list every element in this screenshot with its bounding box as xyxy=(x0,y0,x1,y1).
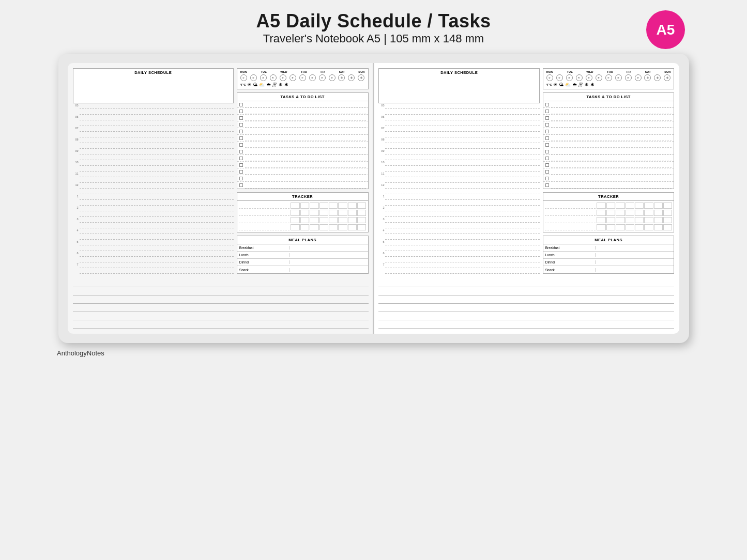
task-row xyxy=(237,115,368,121)
checkbox[interactable] xyxy=(239,177,243,180)
right-meal-box: MEAL PLANS Breakfast Lunch Dinner Sn xyxy=(543,236,675,274)
checkbox[interactable] xyxy=(545,183,549,187)
right-meal-breakfast: Breakfast xyxy=(543,244,674,252)
checkbox[interactable] xyxy=(545,130,549,133)
left-day-circles: ① ② ③ ④ ⑤ ⑥ ⑦ ⑧ ⑨ ⑩ ⑪ ⑫ ⑬ xyxy=(239,74,366,81)
right-meal-dinner: Dinner xyxy=(543,259,674,266)
left-meal-breakfast: Breakfast xyxy=(237,244,368,252)
page-left: DAILY SCHEDULE 05 06 xyxy=(68,63,373,334)
left-tasks-header: TASKS & TO DO LIST xyxy=(237,93,368,101)
checkbox[interactable] xyxy=(545,116,549,120)
checkbox[interactable] xyxy=(239,183,243,187)
brand-label: AnthologyNotes xyxy=(57,349,104,357)
left-content: DAILY SCHEDULE 05 06 xyxy=(73,68,369,274)
right-right-panels: MON TUE WED THU FRI SAT SUN ① ② ③ ④ ⑤ xyxy=(543,68,675,274)
left-meal-lunch: Lunch xyxy=(237,252,368,259)
checkbox[interactable] xyxy=(545,157,549,160)
left-tracker-header: TRACKER xyxy=(237,193,368,201)
checkbox[interactable] xyxy=(545,150,549,153)
task-row xyxy=(543,162,674,168)
left-meal-box: MEAL PLANS Breakfast Lunch Dinner Sn xyxy=(237,236,369,274)
task-row xyxy=(543,121,674,128)
page-subtitle: Traveler's Notebook A5 | 105 mm x 148 mm xyxy=(0,32,747,45)
left-schedule-area: 05 06 07 xyxy=(73,103,234,274)
a5-badge: A5 xyxy=(646,10,685,49)
checkbox[interactable] xyxy=(239,163,243,167)
checkbox[interactable] xyxy=(239,143,243,147)
left-days-row: MON TUE WED THU FRI SAT SUN xyxy=(239,70,366,73)
right-schedule-area: 05 06 07 xyxy=(378,103,539,274)
checkbox[interactable] xyxy=(545,170,549,174)
checkbox[interactable] xyxy=(545,110,549,113)
task-row xyxy=(237,155,368,162)
right-tracker-box: TRACKER xyxy=(543,192,675,232)
task-row xyxy=(237,121,368,128)
task-row xyxy=(543,175,674,182)
checkbox[interactable] xyxy=(545,136,549,140)
right-daily-header: DAILY SCHEDULE xyxy=(378,68,539,103)
task-row xyxy=(543,101,674,108)
task-row xyxy=(543,155,674,162)
task-row xyxy=(237,108,368,115)
left-schedule-section: DAILY SCHEDULE 05 06 xyxy=(73,68,234,274)
hour-08: 08 xyxy=(73,137,234,149)
hour-09: 09 xyxy=(73,149,234,160)
hour-07: 07 xyxy=(73,126,234,137)
right-tasks-header: TASKS & TO DO LIST xyxy=(543,93,674,101)
task-row xyxy=(543,142,674,148)
hour-7pm: 7 xyxy=(73,262,234,274)
right-tracker-grid xyxy=(543,201,674,232)
checkbox[interactable] xyxy=(545,143,549,147)
hour-3pm: 3 xyxy=(73,217,234,228)
checkbox[interactable] xyxy=(545,103,549,106)
left-right-panels: MON TUE WED THU FRI SAT SUN ① ② ③ ④ ⑤ xyxy=(237,68,369,274)
right-day-circles: ① ② ③ ④ ⑤ ⑥ ⑦ ⑧ ⑨ ⑩ ⑪ ⑫ ⑬ xyxy=(545,74,672,81)
right-days-row: MON TUE WED THU FRI SAT SUN xyxy=(545,70,672,73)
right-weather-icons: °F°C ☀ 🌤 ⛅ 🌧 ⛈ ❄ ✱ xyxy=(545,82,672,87)
checkbox[interactable] xyxy=(239,157,243,160)
task-row xyxy=(237,168,368,175)
left-meal-snack: Snack xyxy=(237,266,368,273)
right-meal-lunch: Lunch xyxy=(543,252,674,259)
task-row xyxy=(543,182,674,189)
right-meal-snack: Snack xyxy=(543,266,674,273)
hour-05: 05 xyxy=(73,103,234,115)
checkbox[interactable] xyxy=(545,123,549,127)
right-meal-header: MEAL PLANS xyxy=(543,236,674,244)
hour-4pm: 4 xyxy=(73,228,234,240)
task-row xyxy=(543,108,674,115)
checkbox[interactable] xyxy=(239,123,243,127)
task-row xyxy=(237,142,368,148)
checkbox[interactable] xyxy=(545,163,549,167)
task-row xyxy=(543,115,674,121)
left-weather-box: MON TUE WED THU FRI SAT SUN ① ② ③ ④ ⑤ xyxy=(237,68,369,89)
task-row xyxy=(543,135,674,142)
hour-5pm: 5 xyxy=(73,240,234,251)
checkbox[interactable] xyxy=(239,136,243,140)
hour-10: 10 xyxy=(73,160,234,172)
left-bottom-lines xyxy=(73,279,369,329)
checkbox[interactable] xyxy=(239,130,243,133)
checkbox[interactable] xyxy=(239,170,243,174)
checkbox[interactable] xyxy=(545,177,549,180)
page-title: A5 Daily Schedule / Tasks xyxy=(0,10,747,32)
hour-2pm: 2 xyxy=(73,206,234,217)
right-tasks-box: TASKS & TO DO LIST xyxy=(543,92,675,189)
checkbox[interactable] xyxy=(239,103,243,106)
task-row xyxy=(237,101,368,108)
task-row xyxy=(237,175,368,182)
checkbox[interactable] xyxy=(239,116,243,120)
task-row xyxy=(543,148,674,155)
task-row xyxy=(543,128,674,135)
task-row xyxy=(237,135,368,142)
task-row xyxy=(237,128,368,135)
page-right: DAILY SCHEDULE 05 06 xyxy=(374,63,679,334)
left-tracker-grid xyxy=(237,201,368,232)
checkbox[interactable] xyxy=(239,150,243,153)
right-tracker-header: TRACKER xyxy=(543,193,674,201)
task-row xyxy=(237,162,368,168)
left-meal-dinner: Dinner xyxy=(237,259,368,266)
checkbox[interactable] xyxy=(239,110,243,113)
task-row xyxy=(237,148,368,155)
notebook: DAILY SCHEDULE 05 06 xyxy=(58,54,689,343)
